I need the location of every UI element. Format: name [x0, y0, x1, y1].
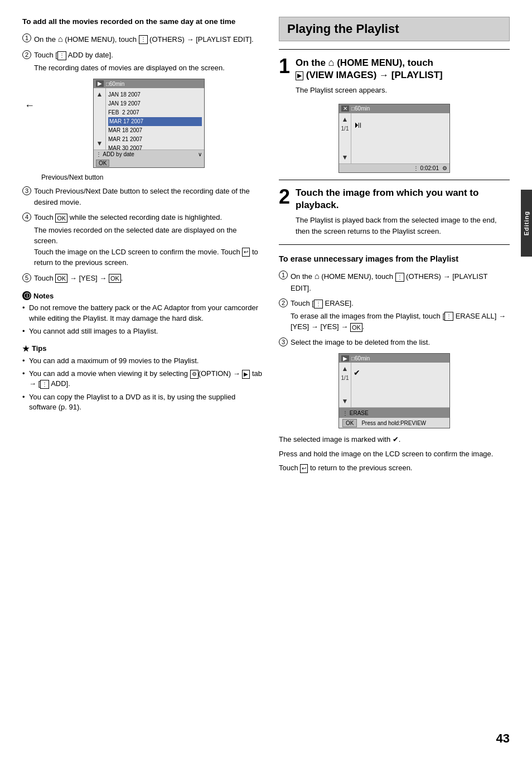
pl-nav: ▲ 1/1 ▼: [339, 113, 351, 163]
left-step-3: 3 Touch Previous/Next Date button to sel…: [22, 186, 262, 208]
pl-nav-down[interactable]: ▼: [342, 153, 349, 161]
erase-circle-2: 2: [279, 298, 288, 307]
left-step-4: 4 Touch OK while the selected recording …: [22, 212, 262, 268]
editing-label: Editing: [523, 211, 530, 235]
erase-main: ✔: [351, 363, 449, 407]
step-circle-1: 1: [22, 33, 31, 42]
others-icon: ⋮: [139, 35, 148, 44]
playlist-screen-bottom: ⋮ 0:02:01 ⚙: [339, 163, 449, 172]
right-step-2-content: Touch the image from which you want to p…: [296, 187, 510, 237]
pl-main: ⏯: [351, 113, 449, 163]
editing-sidebar: Editing: [521, 190, 532, 257]
left-step-4-sub: The movies recorded on the selected date…: [34, 225, 262, 268]
erase-nav-down[interactable]: ▼: [342, 397, 349, 405]
erase-bar2: OK Press and hold:PREVIEW: [339, 418, 449, 428]
erase-screen: ▶ □60min ▲ 1/1 ▼ ✔ ⋮ ERASE OK: [338, 353, 450, 428]
erase-x-btn: ▶: [341, 355, 349, 361]
left-step-5: 5 Touch OK → [YES] → OK.: [22, 273, 262, 284]
date-row-6: MAR 21 2007: [108, 135, 202, 144]
step-circle-3: 3: [22, 186, 31, 195]
time-display: ⋮ 0:02:01: [413, 165, 439, 171]
settings-icon-pl: ⚙: [442, 165, 447, 171]
right-step-1-num: 1: [279, 56, 290, 76]
nav-down-arrow[interactable]: ▼: [96, 139, 103, 147]
right-step-2-num: 2: [279, 187, 290, 207]
erase-step-2a: Touch [⋮ ERASE].: [291, 298, 510, 309]
screen-nav: ▲ ▼: [94, 88, 106, 150]
option-icon: ⚙: [190, 370, 199, 379]
erase-screen-top: ▶ □60min: [339, 354, 449, 363]
left-step-2-sub: The recording dates of movies are displa…: [34, 62, 225, 74]
date-list-screen: ▶ □60min ▲ ▼ JAN 18 2007 JAN 19 2007 F: [93, 79, 205, 168]
playing-playlist-header: Playing the Playlist: [279, 17, 510, 41]
ok-icon-5b: OK: [109, 274, 121, 283]
nav-up-arrow[interactable]: ▲: [96, 90, 103, 98]
tab-icon: ▶: [242, 370, 250, 379]
erase-page-num: 1/1: [341, 375, 349, 381]
pl-play-icon: ⏯: [354, 120, 447, 130]
erase-note-3: Touch ↩ to return to the previous screen…: [279, 462, 510, 474]
step-circle-5: 5: [22, 273, 31, 282]
divider-2: [279, 180, 510, 180]
ok-icon-5a: OK: [55, 274, 67, 283]
erase-notes: The selected image is marked with ✔. Pre…: [279, 434, 510, 474]
playlist-screen-top: ✕ □60min: [339, 104, 449, 113]
erase-screen-bottom: ⋮ ERASE OK Press and hold:PREVIEW: [339, 407, 449, 428]
screen-play-icon: ▶: [96, 80, 104, 87]
return-icon: ↩: [242, 248, 250, 257]
erase-note-1: The selected image is marked with ✔.: [279, 434, 510, 445]
step-circle-4: 4: [22, 213, 31, 221]
right-step-2-sub: The Playlist is played back from the sel…: [296, 215, 510, 237]
left-step-4-text: Touch OK while the selected recording da…: [34, 212, 262, 223]
tip-2: You can add a movie when viewing it by s…: [22, 369, 262, 389]
tips-section: ★ Tips You can add a maximum of 99 movie…: [22, 344, 262, 412]
right-step-1: 1 On the ⌂ (HOME MENU), touch ▶ (VIEW IM…: [279, 56, 510, 96]
right-step-1-title: On the ⌂ (HOME MENU), touch ▶ (VIEW IMAG…: [296, 56, 510, 81]
left-step-2: 2 Touch [⋮ ADD by date]. The recording d…: [22, 50, 262, 73]
pl-page-num: 1/1: [341, 126, 349, 132]
left-section-title: To add all the movies recorded on the sa…: [22, 17, 262, 27]
right-step-2-title: Touch the image from which you want to p…: [296, 187, 510, 211]
notes-section: ⓘ Notes Do not remove the battery pack o…: [22, 291, 262, 336]
tips-header: ★ Tips: [22, 344, 262, 353]
notes-icon: ⓘ: [22, 291, 31, 300]
right-step-2: 2 Touch the image from which you want to…: [279, 187, 510, 237]
date-row-3: FEB 2 2007: [108, 108, 202, 117]
erase-circle-1: 1: [279, 271, 288, 279]
tips-icon: ★: [22, 344, 30, 353]
playlist-screen: ✕ □60min ▲ 1/1 ▼ ⏯ ⋮ 0:02:01 ⚙: [338, 104, 450, 173]
tip-3: You can copy the Playlist to a DVD as it…: [22, 392, 262, 412]
erase-checkmark-display: ✔: [354, 368, 447, 377]
tip-1: You can add a maximum of 99 movies to th…: [22, 356, 262, 366]
date-row-5: MAR 18 2007: [108, 126, 202, 135]
ok-icon-inline: OK: [55, 214, 67, 223]
erase-all-icon: ⋮: [444, 312, 453, 321]
left-step-5-text: Touch OK → [YES] → OK.: [34, 273, 123, 284]
others-icon-erase: ⋮: [395, 273, 404, 282]
step-circle-2: 2: [22, 50, 31, 59]
right-column: Playing the Playlist 1 On the ⌂ (HOME ME…: [279, 17, 510, 477]
screen-caption: Previous/Next button: [41, 173, 262, 181]
erase-nav-up[interactable]: ▲: [342, 365, 349, 373]
date-row-1: JAN 18 2007: [108, 90, 202, 99]
notes-label: Notes: [33, 292, 54, 300]
erase-step-1: 1 On the ⌂ (HOME MENU), touch ⋮ (OTHERS)…: [279, 270, 510, 293]
erase-note-2: Press and hold the image on the LCD scre…: [279, 449, 510, 460]
add-by-date-icon: ⋮: [57, 51, 66, 60]
pl-nav-up[interactable]: ▲: [342, 115, 349, 123]
battery-display: □60min: [106, 81, 124, 87]
note-2: You cannot add still images to a Playlis…: [22, 326, 262, 336]
return-icon-erase: ↩: [300, 464, 308, 473]
pl-battery: □60min: [351, 105, 370, 112]
erase-bar1: ⋮ ERASE: [339, 408, 449, 418]
erase-ok-btn[interactable]: OK: [342, 419, 357, 427]
date-row-7: MAR 30 2007: [108, 144, 202, 153]
date-row-4-highlighted[interactable]: MAR 17 2007: [108, 117, 202, 126]
erase-section-title: To erase unnecessary images from the Pla…: [279, 254, 510, 264]
erase-screen-body: ▲ 1/1 ▼ ✔: [339, 363, 449, 407]
erase-step-3: 3 Select the image to be deleted from th…: [279, 337, 510, 348]
pl-add-icon: ⋮: [40, 380, 49, 389]
ok-button-screen[interactable]: OK: [96, 160, 109, 167]
screen-ok-bar: OK: [94, 158, 204, 167]
date-row-2: JAN 19 2007: [108, 99, 202, 108]
